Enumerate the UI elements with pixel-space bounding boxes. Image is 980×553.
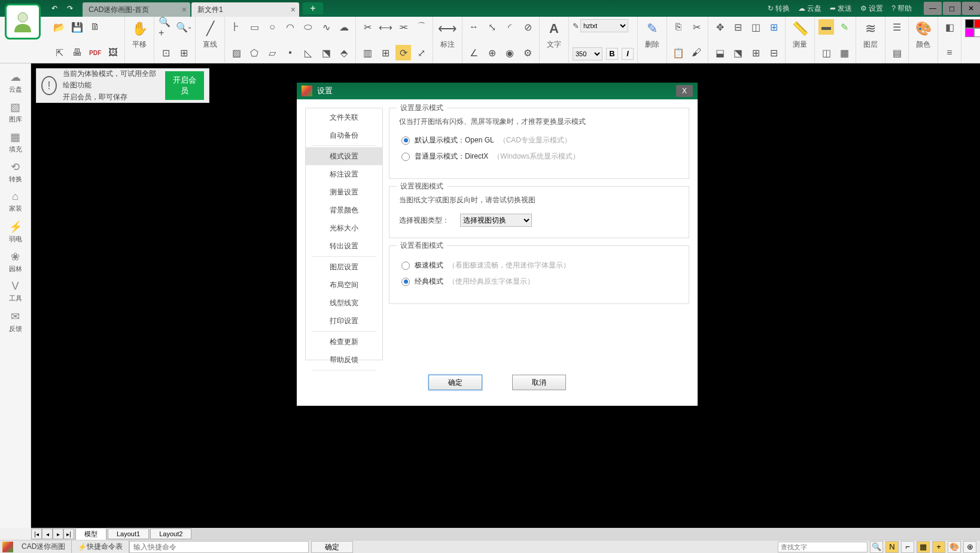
sr4-button[interactable]: + bbox=[932, 541, 945, 553]
titlebar-云盘-button[interactable]: ☁云盘 bbox=[798, 4, 821, 14]
sr1-button[interactable]: N bbox=[885, 541, 899, 553]
settings-nav-item[interactable]: 测量设置 bbox=[306, 183, 382, 201]
t1-icon[interactable]: ⬓ bbox=[712, 45, 728, 60]
dim1-icon[interactable]: ↔ bbox=[466, 19, 482, 35]
avatar[interactable] bbox=[5, 4, 41, 40]
titlebar-帮助-button[interactable]: ?帮助 bbox=[891, 4, 912, 14]
sidebar-item-转换[interactable]: ⟲转换 bbox=[1, 157, 30, 187]
color-icon[interactable]: 🎨 bbox=[914, 19, 933, 38]
offset-icon[interactable]: ⫘ bbox=[395, 19, 411, 35]
arc-icon[interactable]: ◠ bbox=[282, 19, 298, 35]
polyline-icon[interactable]: ⺊ bbox=[229, 19, 244, 35]
layer-icon[interactable]: ≋ bbox=[861, 19, 880, 38]
settings-nav-item[interactable]: 打印设置 bbox=[306, 312, 382, 330]
settings-nav-item[interactable]: 转出设置 bbox=[306, 237, 382, 255]
minimize-button[interactable]: ― bbox=[924, 2, 942, 15]
t2-icon[interactable]: ⬔ bbox=[730, 45, 745, 60]
ellipse-icon[interactable]: ⬭ bbox=[300, 19, 316, 35]
display-directx-option[interactable]: 普通显示模式：DirectX （Windows系统显示模式） bbox=[401, 151, 677, 162]
sidebar-item-园林[interactable]: ❀园林 bbox=[1, 247, 30, 276]
t3-icon[interactable]: ⊞ bbox=[748, 45, 763, 60]
open-icon[interactable]: 📂 bbox=[51, 19, 67, 35]
ly2-icon[interactable]: ≡ bbox=[942, 45, 957, 60]
titlebar-转换-button[interactable]: ↻转换 bbox=[768, 4, 790, 14]
titlebar-发送-button[interactable]: ➦发送 bbox=[830, 4, 852, 14]
titlebar-设置-button[interactable]: ⚙设置 bbox=[860, 4, 883, 14]
pdf-icon[interactable]: PDF bbox=[87, 45, 103, 60]
sidebar-item-云盘[interactable]: ☁云盘 bbox=[1, 67, 30, 97]
settings-nav-item[interactable]: 线型线宽 bbox=[306, 294, 382, 312]
document-tab[interactable]: CAD迷你画图-首页× bbox=[83, 2, 190, 17]
sidebar-item-填充[interactable]: ▦填充 bbox=[1, 127, 30, 157]
ly1-icon[interactable]: ◧ bbox=[942, 19, 957, 35]
tab-add-button[interactable]: + bbox=[303, 2, 323, 14]
settings-nav-item[interactable]: 自动备份 bbox=[306, 126, 382, 144]
command-input[interactable] bbox=[129, 541, 309, 553]
point-icon[interactable]: • bbox=[282, 45, 298, 60]
settings-nav-item[interactable]: 帮助反馈 bbox=[306, 351, 382, 369]
italic-button[interactable]: I bbox=[622, 48, 634, 60]
settings-nav-item[interactable]: 模式设置 bbox=[306, 147, 382, 165]
dim3-icon[interactable]: ◜ bbox=[502, 19, 518, 35]
next-tab-button[interactable]: ▸ bbox=[53, 528, 63, 539]
close-button[interactable]: ✕ bbox=[962, 2, 980, 15]
command-ok-button[interactable]: 确定 bbox=[311, 541, 353, 553]
sidebar-item-图库[interactable]: ▧图库 bbox=[1, 97, 30, 127]
extend-icon[interactable]: ⟷ bbox=[378, 19, 393, 35]
delete-icon[interactable]: ✎ bbox=[643, 19, 662, 38]
polygon-icon[interactable]: ⬠ bbox=[246, 45, 262, 60]
m4-icon[interactable]: ▦ bbox=[836, 45, 852, 60]
sidebar-item-家装[interactable]: ⌂家装 bbox=[1, 187, 30, 217]
color-swatch[interactable] bbox=[974, 28, 980, 37]
close-icon[interactable]: × bbox=[182, 5, 187, 14]
rect-icon[interactable]: ▭ bbox=[246, 19, 262, 35]
m2-icon[interactable]: ✎ bbox=[836, 19, 852, 35]
fast-mode-option[interactable]: 极速模式 （看图极速流畅，使用迷你字体显示） bbox=[401, 260, 677, 271]
t4-icon[interactable]: ⊟ bbox=[766, 45, 781, 60]
line-icon[interactable]: ╱ bbox=[200, 19, 220, 38]
export-icon[interactable]: ⇱ bbox=[51, 45, 67, 60]
search-button[interactable]: 🔍 bbox=[870, 541, 883, 553]
redo-icon[interactable]: ↷ bbox=[63, 2, 77, 15]
zoom-extent-icon[interactable]: ⊞ bbox=[176, 45, 191, 60]
tab-model[interactable]: 模型 bbox=[75, 528, 106, 540]
brush-icon[interactable]: 🖌 bbox=[689, 45, 704, 60]
text-icon[interactable]: A bbox=[544, 19, 564, 38]
wedge-icon[interactable]: ◺ bbox=[300, 45, 316, 60]
settings-nav-item[interactable]: 光标大小 bbox=[306, 219, 382, 237]
sr3-button[interactable]: ▦ bbox=[917, 541, 930, 553]
drawing-canvas[interactable]: ! 当前为体验模式，可试用全部绘图功能 开启会员，即可保存 开启会员 设置 X … bbox=[31, 63, 980, 528]
l2-icon[interactable]: ▤ bbox=[889, 45, 905, 60]
color-swatch[interactable] bbox=[965, 19, 974, 28]
box-icon[interactable]: ▱ bbox=[264, 45, 280, 60]
first-tab-button[interactable]: |◂ bbox=[31, 528, 42, 539]
array-icon[interactable]: ⊞ bbox=[378, 45, 393, 60]
align-icon[interactable]: ⊟ bbox=[730, 19, 745, 35]
block-icon[interactable]: ◫ bbox=[748, 19, 763, 35]
view-type-select[interactable]: 选择视图切换 bbox=[460, 214, 532, 227]
sidebar-item-弱电[interactable]: ⚡弱电 bbox=[1, 217, 30, 247]
color-swatch[interactable] bbox=[965, 28, 974, 37]
prev-tab-button[interactable]: ◂ bbox=[42, 528, 53, 539]
maximize-button[interactable]: ◻ bbox=[943, 2, 961, 15]
fillet-icon[interactable]: ⌒ bbox=[413, 19, 429, 35]
dim5-icon[interactable]: ∠ bbox=[466, 45, 482, 60]
shape3-icon[interactable]: ⬘ bbox=[336, 45, 352, 60]
hatch-icon[interactable]: ▨ bbox=[229, 45, 244, 60]
settings-nav-item[interactable]: 检查更新 bbox=[306, 333, 382, 351]
sr5-button[interactable]: 🎨 bbox=[948, 541, 961, 553]
m3-icon[interactable]: ◫ bbox=[818, 45, 834, 60]
last-tab-button[interactable]: ▸| bbox=[63, 528, 74, 539]
font-select[interactable]: hztxt bbox=[580, 19, 628, 32]
pan-icon[interactable]: ✋ bbox=[130, 19, 149, 38]
undo-icon[interactable]: ↶ bbox=[48, 2, 61, 15]
sidebar-item-工具[interactable]: V工具 bbox=[1, 276, 30, 306]
close-icon[interactable]: × bbox=[291, 5, 296, 14]
trim-icon[interactable]: ✂ bbox=[360, 19, 375, 35]
image-icon[interactable]: 🖼 bbox=[105, 45, 121, 60]
tab-layout2[interactable]: Layout2 bbox=[150, 528, 191, 539]
dim7-icon[interactable]: ◉ bbox=[502, 45, 518, 60]
m1-icon[interactable]: ▬ bbox=[818, 19, 834, 35]
dim8-icon[interactable]: ⚙ bbox=[520, 45, 535, 60]
dimension-icon[interactable]: ⟷ bbox=[438, 19, 457, 38]
